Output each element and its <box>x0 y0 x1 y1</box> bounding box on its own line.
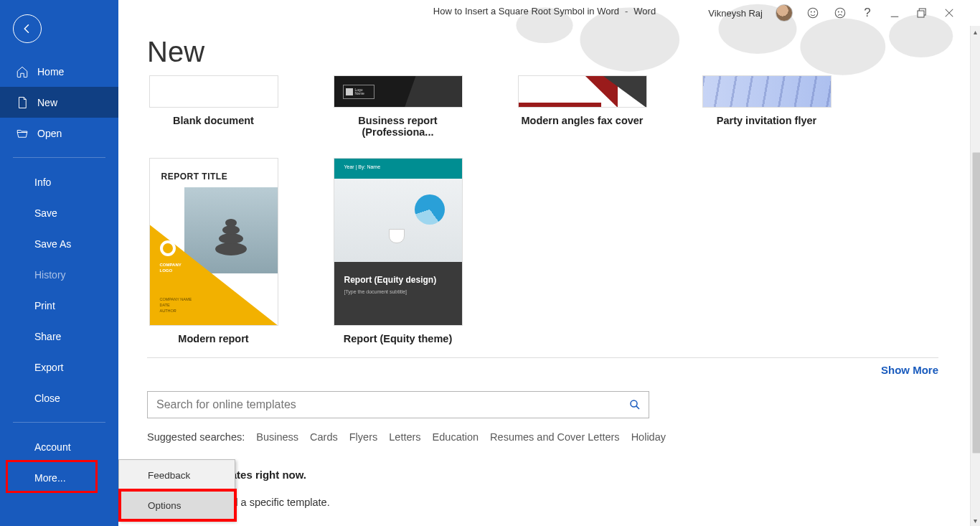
suggested-tag[interactable]: Holiday <box>631 431 666 443</box>
suggested-tag[interactable]: Resumes and Cover Letters <box>490 431 620 443</box>
nav-home[interactable]: Home <box>0 56 118 87</box>
template-thumb <box>702 75 831 108</box>
template-modern-report[interactable]: REPORT TITLE COMPANY LOGO COMPANY NAME D… <box>147 158 280 344</box>
more-popup-menu: Feedback Options <box>118 459 235 521</box>
thumb-text: COMPANY LOGO <box>160 262 182 273</box>
template-thumb: Year | By: Name Report (Equity design) [… <box>334 158 463 326</box>
status-message-2: e search box to find a specific template… <box>147 497 951 508</box>
template-thumb <box>149 75 278 108</box>
suggested-label: Suggested searches: <box>147 431 245 443</box>
template-business-report[interactable]: LogoName Business report (Professiona... <box>331 75 464 138</box>
template-label: Modern angles fax cover <box>521 115 643 126</box>
scroll-down-button[interactable]: ▾ <box>971 515 980 526</box>
nav-share[interactable]: Share <box>0 321 118 352</box>
template-thumb: REPORT TITLE COMPANY LOGO COMPANY NAME D… <box>149 158 278 326</box>
nav-save-as[interactable]: Save As <box>0 228 118 259</box>
suggested-tag[interactable]: Business <box>256 431 298 443</box>
suggested-tag[interactable]: Cards <box>310 431 338 443</box>
nav-more-label: More... <box>34 472 66 484</box>
template-label: Modern report <box>178 333 248 344</box>
nav-info[interactable]: Info <box>0 166 118 197</box>
divider <box>147 357 938 358</box>
template-label: Business report (Professiona... <box>331 115 464 138</box>
popup-item-feedback[interactable]: Feedback <box>119 460 235 490</box>
page-title: New <box>147 36 951 68</box>
template-equity-report[interactable]: Year | By: Name Report (Equity design) [… <box>331 158 464 344</box>
thumb-text: Report (Equity design) <box>344 275 452 285</box>
content-area: New Blank document LogoName Business rep… <box>118 0 980 526</box>
popup-item-options[interactable]: Options <box>119 490 235 520</box>
arrow-left-icon <box>21 22 34 35</box>
template-thumb <box>518 75 647 108</box>
template-search <box>147 391 649 418</box>
show-more-link[interactable]: Show More <box>881 364 938 376</box>
template-blank-document[interactable]: Blank document <box>147 75 280 138</box>
status-message-1: any Office templates right now. <box>147 469 951 481</box>
backstage-sidebar: Home New Open Info Save Save As History … <box>0 0 118 526</box>
nav-more[interactable]: More... <box>0 462 118 493</box>
svg-point-13 <box>631 400 637 407</box>
scroll-up-button[interactable]: ▴ <box>971 26 980 37</box>
nav-account[interactable]: Account <box>0 431 118 462</box>
document-icon <box>16 96 29 109</box>
suggested-tag[interactable]: Letters <box>389 431 420 443</box>
nav-save[interactable]: Save <box>0 197 118 228</box>
template-row-2: REPORT TITLE COMPANY LOGO COMPANY NAME D… <box>147 158 951 344</box>
nav-open-label: Open <box>37 128 62 139</box>
thumb-text: Year | By: Name <box>334 159 462 179</box>
template-label: Report (Equity theme) <box>344 333 452 344</box>
nav-new[interactable]: New <box>0 87 118 118</box>
template-row-1: Blank document LogoName Business report … <box>147 75 951 138</box>
nav-close[interactable]: Close <box>0 382 118 413</box>
back-button[interactable] <box>13 14 42 43</box>
search-button[interactable] <box>621 392 649 418</box>
nav-export[interactable]: Export <box>0 352 118 382</box>
nav-open[interactable]: Open <box>0 118 118 149</box>
template-party-flyer[interactable]: Party invitation flyer <box>700 75 833 138</box>
nav-history: History <box>0 259 118 290</box>
nav-new-label: New <box>37 97 57 108</box>
template-thumb: LogoName <box>334 75 463 108</box>
scroll-track[interactable] <box>971 37 980 515</box>
suggested-searches: Suggested searches: Business Cards Flyer… <box>147 431 951 443</box>
show-more-row: Show More <box>147 364 938 377</box>
scroll-thumb[interactable] <box>972 152 980 454</box>
thumb-text: REPORT TITLE <box>161 172 228 182</box>
sidebar-separator <box>13 422 105 423</box>
suggested-tag[interactable]: Education <box>433 431 479 443</box>
vertical-scrollbar[interactable]: ▴ ▾ <box>970 26 980 526</box>
nav-print[interactable]: Print <box>0 290 118 321</box>
home-icon <box>16 65 29 78</box>
thumb-text: [Type the document subtitle] <box>344 289 452 294</box>
search-input[interactable] <box>148 398 621 411</box>
folder-open-icon <box>16 127 29 140</box>
thumb-text: COMPANY NAME DATE AUTHOR <box>160 296 192 314</box>
template-modern-fax[interactable]: Modern angles fax cover <box>516 75 649 138</box>
template-label: Blank document <box>173 115 254 126</box>
search-icon <box>628 398 641 411</box>
suggested-tag[interactable]: Flyers <box>349 431 377 443</box>
template-label: Party invitation flyer <box>717 115 816 126</box>
sidebar-separator <box>13 157 105 158</box>
nav-home-label: Home <box>37 66 64 78</box>
